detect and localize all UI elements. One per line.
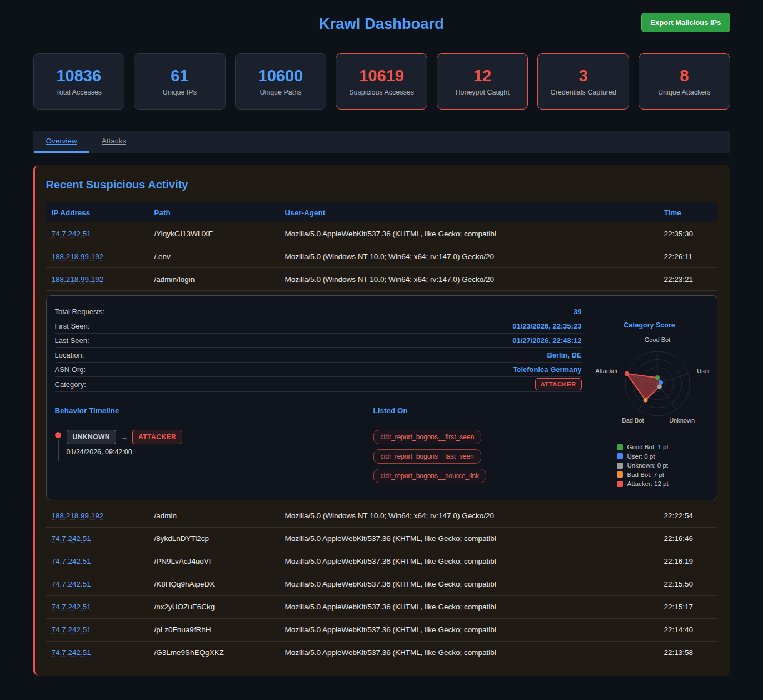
cell-time: 22:15:17: [659, 603, 717, 611]
stat-value: 10836: [56, 67, 101, 85]
detail-field-value: Telefonica Germany: [513, 365, 581, 374]
stat-value: 61: [171, 67, 188, 85]
ip-address-link[interactable]: 74.7.242.51: [52, 648, 91, 657]
cell-user-agent: Mozilla/5.0 AppleWebKit/537.36 (KHTML, l…: [280, 557, 659, 565]
listed-on-title: Listed On: [373, 406, 582, 420]
cell-path: /admin/login: [149, 275, 280, 284]
tab-attacks[interactable]: Attacks: [90, 131, 138, 153]
cell-user-agent: Mozilla/5.0 AppleWebKit/537.36 (KHTML, l…: [280, 625, 659, 634]
detail-field-row: First Seen:01/23/2026, 22:35:23: [55, 319, 582, 334]
cell-path: /nx2yUOZuE6Ckg: [149, 603, 280, 611]
table-rows-after-detail: 188.218.99.192/adminMozilla/5.0 (Windows…: [46, 505, 717, 664]
stat-label: Honeypot Caught: [455, 88, 509, 96]
cell-ip: 74.7.242.51: [46, 230, 149, 238]
table-row[interactable]: 188.218.99.192/.envMozilla/5.0 (Windows …: [46, 245, 717, 268]
listed-on-badge[interactable]: cidr_report_bogons__last_seen: [373, 449, 481, 464]
cell-ip: 188.218.99.192: [46, 252, 149, 261]
category-attacker-badge: ATTACKER: [535, 378, 582, 390]
table-row[interactable]: 74.7.242.51/G3Lme9ShEQgXKZMozilla/5.0 Ap…: [46, 642, 717, 664]
cell-path: /.env: [149, 252, 280, 261]
detail-left-column: Total Requests:39First Seen:01/23/2026, …: [55, 305, 582, 490]
legend-swatch: [617, 471, 623, 478]
page: Krawl Dashboard Export Malicious IPs 108…: [33, 0, 730, 676]
radar-point: [657, 384, 661, 389]
cell-time: 22:35:30: [659, 230, 717, 238]
table-row[interactable]: 74.7.242.51/8ykdLnDYTi2cpMozilla/5.0 App…: [46, 528, 717, 550]
ip-address-link[interactable]: 188.218.99.192: [52, 275, 104, 284]
ip-address-link[interactable]: 188.218.99.192: [52, 512, 104, 520]
stats-row: 10836Total Accesses61Unique IPs10600Uniq…: [33, 53, 730, 110]
stat-value: 10619: [359, 67, 404, 85]
radar-axis-label: Bad Bot: [622, 417, 644, 424]
detail-field-value: 01/27/2026, 22:48:12: [512, 336, 581, 345]
legend-item: Attacker: 12 pt: [617, 480, 682, 487]
cell-time: 22:16:19: [659, 557, 717, 565]
stat-card: 61Unique IPs: [134, 53, 226, 110]
ip-address-link[interactable]: 74.7.242.51: [52, 603, 91, 611]
stat-label: Credentials Captured: [551, 88, 616, 96]
cell-time: 22:22:54: [659, 512, 717, 520]
detail-field-label: First Seen:: [55, 322, 90, 330]
cell-user-agent: Mozilla/5.0 (Windows NT 10.0; Win64; x64…: [280, 512, 659, 520]
behavior-timeline-section: Behavior Timeline UNKNOWN →: [55, 406, 361, 483]
cell-ip: 74.7.242.51: [46, 603, 149, 611]
timeline-date: 01/24/2026, 09:42:00: [67, 448, 183, 456]
table-row[interactable]: 74.7.242.51/PN9LvAcJ4uoVfMozilla/5.0 App…: [46, 550, 717, 573]
timeline-marker: [55, 430, 62, 461]
stat-label: Unique IPs: [163, 88, 197, 96]
cell-path: /PN9LvAcJ4uoVf: [149, 557, 280, 565]
table-row[interactable]: 188.218.99.192/admin/loginMozilla/5.0 (W…: [46, 268, 717, 291]
legend-swatch: [617, 453, 623, 459]
ip-address-link[interactable]: 74.7.242.51: [52, 534, 91, 543]
table-row[interactable]: 188.218.99.192/adminMozilla/5.0 (Windows…: [46, 505, 717, 528]
stat-label: Unique Paths: [260, 88, 301, 96]
table-row[interactable]: 74.7.242.51/YiqykGI13WHXEMozilla/5.0 App…: [46, 222, 717, 245]
stat-value: 10600: [258, 67, 303, 85]
legend-swatch: [617, 444, 623, 450]
ip-address-link[interactable]: 74.7.242.51: [52, 557, 91, 565]
legend-item: Bad Bot: 7 pt: [617, 471, 682, 478]
legend-swatch: [617, 481, 623, 487]
stat-label: Unique Attackers: [658, 88, 711, 96]
detail-field-label: Location:: [55, 351, 84, 359]
radar-point: [655, 375, 660, 380]
timeline-entry: UNKNOWN → ATTACKER 01/24/2026, 09:42:00: [55, 430, 361, 461]
cell-ip: 188.218.99.192: [46, 512, 149, 520]
behavior-timeline-title: Behavior Timeline: [55, 406, 361, 420]
radar-axis-label: User: [697, 368, 710, 374]
cell-time: 22:16:46: [659, 534, 717, 543]
cell-path: /admin: [149, 512, 280, 520]
timeline-content: UNKNOWN → ATTACKER 01/24/2026, 09:42:00: [67, 430, 183, 461]
cell-time: 22:15:50: [659, 580, 717, 588]
listed-on-section: Listed On cidr_report_bogons__first_seen…: [373, 406, 582, 483]
stat-label: Total Accesses: [56, 88, 102, 96]
stat-card: 8Unique Attackers: [639, 53, 730, 110]
legend-label: Unknown: 0 pt: [627, 462, 669, 469]
suspicious-activity-table: IP Address Path User-Agent Time 74.7.242…: [46, 202, 717, 664]
listed-on-badge[interactable]: cidr_report_bogons__first_seen: [373, 430, 482, 444]
ip-address-link[interactable]: 74.7.242.51: [52, 580, 91, 588]
cell-time: 22:23:21: [659, 275, 717, 284]
recent-suspicious-activity-panel: Recent Suspicious Activity IP Address Pa…: [33, 165, 730, 676]
stat-card: 12Honeypot Caught: [437, 53, 528, 110]
table-header-row: IP Address Path User-Agent Time: [46, 202, 717, 222]
tab-overview[interactable]: Overview: [34, 131, 89, 153]
stat-value: 8: [680, 67, 689, 85]
ip-address-link[interactable]: 188.218.99.192: [52, 252, 104, 261]
table-row[interactable]: 74.7.242.51/nx2yUOZuE6CkgMozilla/5.0 App…: [46, 596, 717, 619]
legend-label: Bad Bot: 7 pt: [627, 471, 665, 478]
stat-value: 3: [579, 67, 588, 85]
timeline-line: [58, 439, 59, 461]
ip-address-link[interactable]: 74.7.242.51: [52, 230, 91, 238]
stat-label: Suspicious Accesses: [349, 88, 414, 96]
cell-user-agent: Mozilla/5.0 AppleWebKit/537.36 (KHTML, l…: [280, 230, 659, 238]
table-row[interactable]: 74.7.242.51/pLz0Fnua9fRhHMozilla/5.0 App…: [46, 619, 717, 642]
cell-ip: 74.7.242.51: [46, 625, 149, 634]
stat-card: 10619Suspicious Accesses: [336, 53, 427, 110]
stat-card: 10836Total Accesses: [33, 53, 125, 110]
ip-address-link[interactable]: 74.7.242.51: [52, 625, 91, 634]
table-row[interactable]: 74.7.242.51/K8HQq9hAipeDXMozilla/5.0 App…: [46, 573, 717, 596]
listed-on-badge[interactable]: cidr_report_bogons__source_link: [373, 469, 486, 483]
top-bar: Krawl Dashboard Export Malicious IPs: [33, 11, 730, 46]
export-malicious-ips-button[interactable]: Export Malicious IPs: [641, 13, 730, 32]
